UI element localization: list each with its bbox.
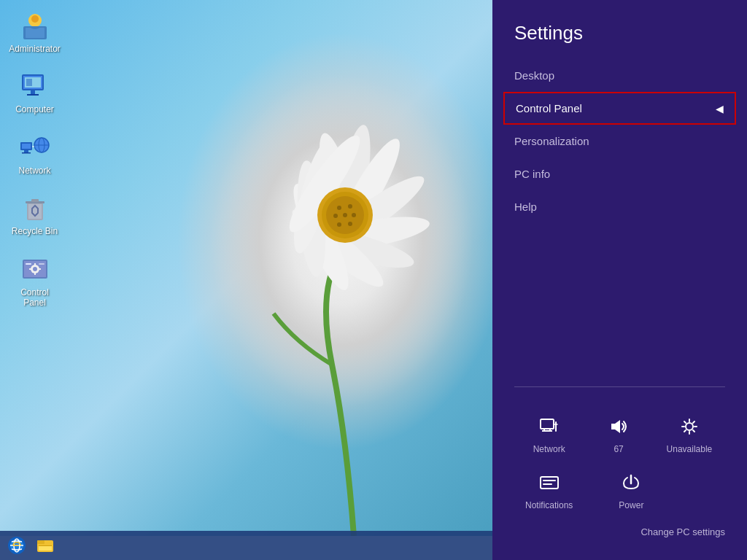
taskbar-ie[interactable]: [4, 532, 30, 559]
svg-rect-32: [22, 144, 31, 149]
desktop-icon-network[interactable]: Network: [7, 129, 62, 179]
svg-rect-64: [541, 419, 554, 429]
brightness-status-label: Unavailable: [667, 444, 713, 454]
settings-title: Settings: [492, 15, 747, 59]
control-panel-desktop-label: Control Panel: [10, 287, 59, 308]
svg-line-77: [684, 430, 686, 432]
settings-divider: [514, 386, 725, 387]
svg-point-17: [348, 222, 352, 226]
svg-rect-28: [27, 94, 39, 96]
svg-point-24: [31, 15, 39, 23]
change-pc-settings-link[interactable]: Change PC settings: [640, 516, 725, 537]
svg-line-75: [693, 430, 694, 432]
status-icons-row1: Network 67: [514, 413, 725, 458]
settings-menu-control-panel[interactable]: Control Panel ◀: [503, 92, 736, 125]
network-status-icon: [538, 416, 560, 440]
recycle-bin-label: Recycle Bin: [12, 226, 58, 236]
taskbar: [0, 531, 492, 560]
settings-menu-help[interactable]: Help: [492, 190, 747, 223]
svg-rect-34: [22, 152, 31, 154]
volume-status-icon: [608, 416, 630, 440]
svg-rect-63: [39, 545, 52, 546]
svg-line-74: [684, 421, 686, 423]
svg-rect-78: [541, 477, 558, 489]
svg-rect-54: [39, 263, 44, 265]
notifications-status-icon: [538, 472, 560, 496]
desktop: Administrator Computer: [0, 0, 492, 536]
svg-rect-30: [26, 79, 32, 86]
settings-menu-personalization[interactable]: Personalization: [492, 125, 747, 158]
settings-panel: Settings Desktop Control Panel ◀ Persona…: [492, 0, 747, 560]
svg-point-14: [337, 206, 341, 210]
status-notifications[interactable]: Notifications: [522, 469, 576, 514]
status-network[interactable]: Network: [524, 413, 575, 458]
svg-rect-22: [26, 28, 44, 38]
svg-point-16: [352, 213, 356, 217]
computer-icon: [20, 71, 50, 101]
desktop-icon-recycle-bin[interactable]: Recycle Bin: [7, 190, 62, 239]
svg-point-18: [337, 222, 341, 227]
desktop-icon-administrator[interactable]: Administrator: [7, 7, 62, 57]
svg-rect-51: [29, 268, 32, 270]
svg-line-76: [693, 421, 694, 423]
desktop-icons: Administrator Computer: [7, 7, 62, 311]
power-status-label: Power: [619, 500, 643, 510]
svg-rect-33: [24, 150, 28, 152]
settings-menu-pc-info[interactable]: PC info: [492, 158, 747, 190]
recycle-bin-icon: [20, 192, 50, 223]
svg-rect-49: [34, 263, 36, 266]
administrator-label: Administrator: [9, 44, 61, 54]
brightness-status-icon: [678, 416, 700, 440]
settings-bottom: Network 67: [492, 398, 747, 560]
status-volume[interactable]: 67: [593, 413, 644, 458]
desktop-icon-computer[interactable]: Computer: [7, 68, 62, 117]
settings-menu-desktop[interactable]: Desktop: [492, 59, 747, 92]
svg-rect-62: [39, 545, 52, 551]
svg-rect-52: [38, 268, 41, 270]
status-brightness[interactable]: Unavailable: [663, 413, 716, 458]
network-desktop-label: Network: [18, 166, 50, 176]
desktop-icon-control-panel[interactable]: Control Panel: [7, 251, 62, 311]
svg-rect-61: [37, 540, 44, 544]
svg-point-69: [686, 423, 693, 430]
notifications-status-label: Notifications: [525, 500, 573, 510]
status-power[interactable]: Power: [605, 469, 657, 514]
svg-rect-42: [31, 199, 39, 202]
svg-rect-50: [34, 272, 36, 275]
svg-point-20: [343, 213, 347, 217]
svg-rect-27: [31, 90, 35, 94]
svg-point-19: [333, 214, 338, 218]
power-status-icon: [620, 472, 642, 496]
administrator-icon: [20, 10, 50, 41]
cursor-indicator: ◀: [716, 103, 724, 114]
svg-point-15: [348, 204, 352, 209]
status-icons-row2: Notifications Power: [514, 469, 725, 514]
network-desktop-icon: [20, 132, 50, 163]
volume-status-label: 67: [614, 444, 623, 454]
svg-point-48: [33, 267, 37, 271]
computer-label: Computer: [15, 104, 54, 114]
control-panel-desktop-icon: [20, 254, 50, 284]
svg-rect-53: [26, 263, 31, 265]
network-status-label: Network: [533, 444, 565, 454]
taskbar-explorer[interactable]: [32, 532, 58, 559]
